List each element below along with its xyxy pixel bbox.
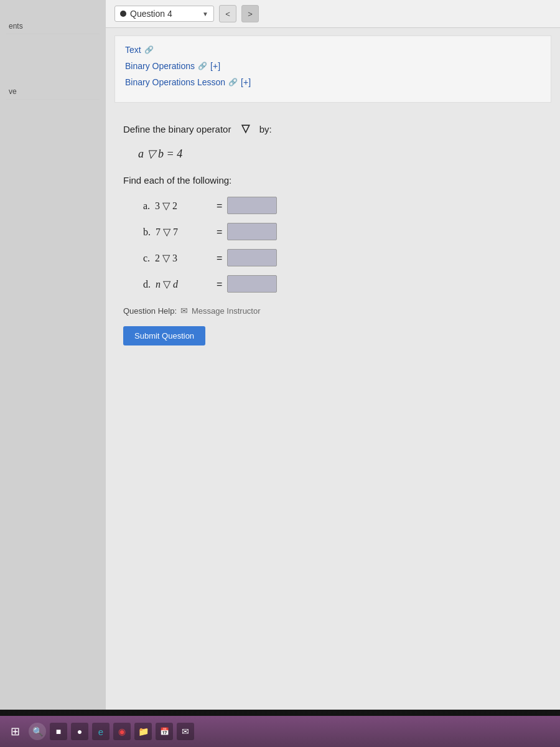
question-header: Question 4 ▼ < > [106,0,560,28]
taskbar-icon-mail[interactable]: ✉ [177,723,194,740]
answer-row-d: d. n ▽ d = [143,275,543,293]
binary-ops-lesson-plus[interactable]: [+] [241,77,251,87]
nav-forward-button[interactable]: > [241,5,259,22]
resources-box: Text 🔗 Binary Operations 🔗 [+] Binary Op… [114,35,551,103]
mail-icon: ✉ [180,304,188,319]
equals-a: = [217,197,222,214]
resource-binary-ops-link[interactable]: Binary Operations 🔗 [+] [125,61,541,71]
question-label: Question 4 [130,9,198,19]
equals-d: = [217,276,222,293]
answer-label-c: c. 2 ▽ 3 [143,250,212,266]
answer-label-d: d. n ▽ d [143,276,212,293]
sidebar-item-ve: ve [6,84,100,100]
answer-label-b: b. 7 ▽ 7 [143,223,212,240]
binary-ops-plus[interactable]: [+] [210,61,220,71]
answer-input-d[interactable] [227,275,277,293]
message-instructor-link[interactable]: Message Instructor [192,304,261,318]
sidebar-item-ents: ents [6,19,100,34]
browser-icon: ● [77,726,82,736]
answer-input-a[interactable] [227,197,277,214]
find-text: Find each of the following: [123,172,543,189]
taskbar-icon-files[interactable]: ■ [50,723,67,740]
files-icon: ■ [56,726,61,736]
external-link-icon-lesson: 🔗 [228,78,238,87]
question-content: Define the binary operator ▽ by: a ▽ b =… [106,110,560,355]
nav-back-button[interactable]: < [219,5,236,22]
question-dot [120,11,126,17]
equals-b: = [217,223,222,240]
calendar-icon: 📅 [160,727,169,736]
search-icon: 🔍 [32,726,43,736]
start-button[interactable]: ⊞ [5,721,25,741]
external-link-icon-text: 🔗 [144,45,154,54]
taskbar-icon-folder[interactable]: 📁 [134,723,152,740]
question-help: Question Help: ✉ Message Instructor [123,304,543,319]
submit-button[interactable]: Submit Question [123,326,205,345]
define-line: Define the binary operator ▽ by: [123,120,543,138]
taskbar-icon-browser[interactable]: ● [71,723,88,740]
answer-row-a: a. 3 ▽ 2 = [143,197,543,214]
formula-line: a ▽ b = 4 [138,144,543,164]
answer-row-b: b. 7 ▽ 7 = [143,223,543,240]
question-selector[interactable]: Question 4 ▼ [114,6,214,22]
taskbar-icon-calendar[interactable]: 📅 [156,723,173,740]
edge-icon: e [98,726,103,737]
resource-text-link[interactable]: Text 🔗 [125,45,541,55]
taskbar: ⊞ 🔍 ■ ● e ◉ 📁 📅 ✉ [0,716,560,747]
nabla-operator-define: ▽ [241,120,250,138]
answer-row-c: c. 2 ▽ 3 = [143,249,543,266]
windows-icon: ⊞ [11,725,20,738]
resource-binary-ops-lesson-link[interactable]: Binary Operations Lesson 🔗 [+] [125,77,541,87]
taskbar-icon-edge[interactable]: e [92,723,110,740]
taskbar-icon-circle[interactable]: ◉ [113,723,131,740]
dropdown-icon: ▼ [202,11,208,17]
answer-input-b[interactable] [227,223,277,240]
external-link-icon-binops: 🔗 [198,62,207,70]
taskbar-search-button[interactable]: 🔍 [29,723,46,740]
circle-icon: ◉ [118,726,126,736]
mail-taskbar-icon: ✉ [182,726,189,736]
answer-label-a: a. 3 ▽ 2 [143,197,212,214]
sidebar: ents ve [0,0,106,710]
main-area: ents ve Question 4 ▼ < > [0,0,560,710]
folder-icon: 📁 [138,726,149,736]
answer-rows: a. 3 ▽ 2 = b. 7 ▽ 7 = c. 2 ▽ 3 [143,197,543,293]
equals-c: = [217,250,222,266]
answer-input-c[interactable] [227,249,277,266]
content-panel: Question 4 ▼ < > Text 🔗 Binary Operation… [106,0,560,710]
